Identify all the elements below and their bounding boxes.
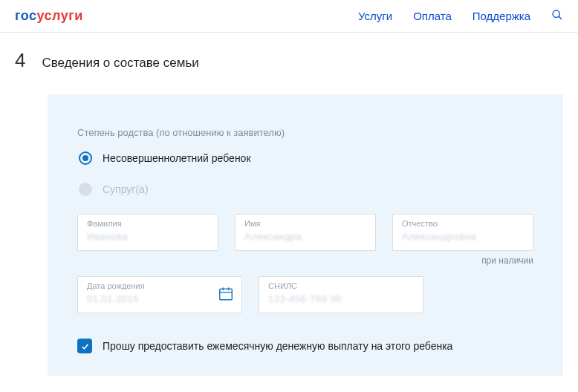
form-panel: Степень родства (по отношению к заявител… <box>48 94 563 376</box>
radio-spouse-row: Супруг(а) <box>79 183 533 196</box>
nav-payment[interactable]: Оплата <box>413 10 452 22</box>
surname-label: Фамилия <box>87 219 209 228</box>
birthdate-value: 01.01.2015 <box>87 293 233 304</box>
section-title: Сведения о составе семьи <box>42 56 198 71</box>
extra-fields-row: Дата рождения 01.01.2015 <box>77 276 533 313</box>
patronymic-field[interactable]: Отчество Александровна <box>392 214 533 251</box>
header: госуслуги Услуги Оплата Поддержка <box>0 0 578 33</box>
search-icon[interactable] <box>551 9 563 23</box>
name-fields-row: Фамилия Иванова Имя Александра Отчество … <box>77 214 533 251</box>
surname-field[interactable]: Фамилия Иванова <box>77 214 218 251</box>
name-value: Александра <box>244 231 366 242</box>
svg-line-1 <box>559 16 562 19</box>
radio-icon <box>79 151 92 165</box>
radio-child-row[interactable]: Несовершеннолетний ребенок <box>79 151 533 165</box>
svg-rect-2 <box>220 289 233 300</box>
patronymic-value: Александровна <box>402 231 524 242</box>
snils-value: 123-456-789 00 <box>268 293 414 304</box>
section-header: 4 Сведения о составе семьи <box>15 49 563 72</box>
logo-uslugi-part: услуги <box>37 8 83 23</box>
checkbox-label: Прошу предоставить ежемесячную денежную … <box>103 340 452 352</box>
patronymic-label: Отчество <box>402 219 524 228</box>
name-field[interactable]: Имя Александра <box>235 214 376 251</box>
logo[interactable]: госуслуги <box>15 8 83 24</box>
name-label: Имя <box>244 219 366 228</box>
nav-support[interactable]: Поддержка <box>473 10 530 22</box>
patronymic-hint: при наличии <box>77 255 533 266</box>
relationship-label: Степень родства (по отношению к заявител… <box>77 127 533 138</box>
page-content: 4 Сведения о составе семьи Степень родст… <box>0 33 578 376</box>
svg-point-0 <box>553 10 559 17</box>
nav: Услуги Оплата Поддержка <box>358 9 563 23</box>
calendar-icon[interactable] <box>218 286 234 304</box>
snils-label: СНИЛС <box>268 281 414 290</box>
radio-child-label: Несовершеннолетний ребенок <box>103 152 251 164</box>
surname-value: Иванова <box>87 231 209 242</box>
checkbox-checked-icon <box>77 339 92 353</box>
step-number: 4 <box>15 49 25 72</box>
radio-spouse-label: Супруг(а) <box>103 183 149 195</box>
birthdate-field[interactable]: Дата рождения 01.01.2015 <box>77 276 242 313</box>
logo-gos-part: гос <box>15 8 37 23</box>
birthdate-label: Дата рождения <box>87 281 233 290</box>
radio-disabled-icon <box>79 183 92 196</box>
payment-checkbox-row[interactable]: Прошу предоставить ежемесячную денежную … <box>77 339 533 353</box>
nav-services[interactable]: Услуги <box>358 10 392 22</box>
snils-field[interactable]: СНИЛС 123-456-789 00 <box>259 276 423 313</box>
